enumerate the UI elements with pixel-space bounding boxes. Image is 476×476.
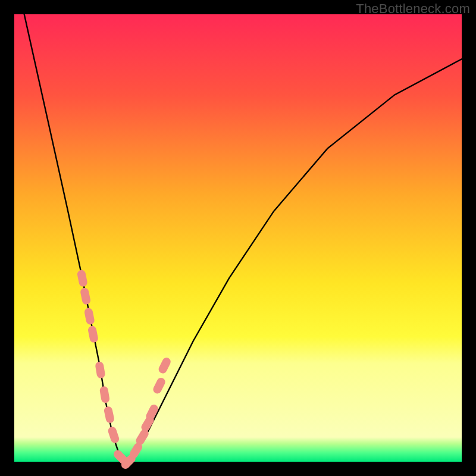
watermark-text: TheBottleneck.com bbox=[356, 1, 470, 17]
curve-marker bbox=[107, 425, 120, 444]
curve-marker bbox=[84, 307, 95, 325]
curve-layer bbox=[14, 14, 462, 462]
curve-marker bbox=[99, 386, 110, 403]
bottleneck-curve bbox=[14, 0, 462, 462]
curve-marker bbox=[152, 377, 167, 395]
plot-area bbox=[14, 14, 462, 462]
svg-rect-1 bbox=[80, 287, 91, 305]
chart-frame: TheBottleneck.com bbox=[0, 0, 476, 476]
svg-rect-4 bbox=[95, 361, 105, 379]
svg-rect-14 bbox=[152, 377, 167, 395]
curve-marker bbox=[104, 406, 115, 424]
curve-marker bbox=[80, 287, 91, 305]
curve-marker bbox=[87, 325, 99, 343]
curve-marker bbox=[77, 270, 88, 287]
svg-rect-6 bbox=[104, 406, 115, 424]
svg-rect-15 bbox=[157, 356, 172, 375]
svg-rect-0 bbox=[77, 270, 88, 287]
curve-marker bbox=[95, 361, 105, 379]
svg-rect-5 bbox=[99, 386, 110, 403]
curve-marker bbox=[157, 356, 172, 375]
svg-rect-2 bbox=[84, 307, 95, 325]
svg-rect-7 bbox=[107, 425, 120, 444]
svg-rect-3 bbox=[87, 325, 99, 343]
